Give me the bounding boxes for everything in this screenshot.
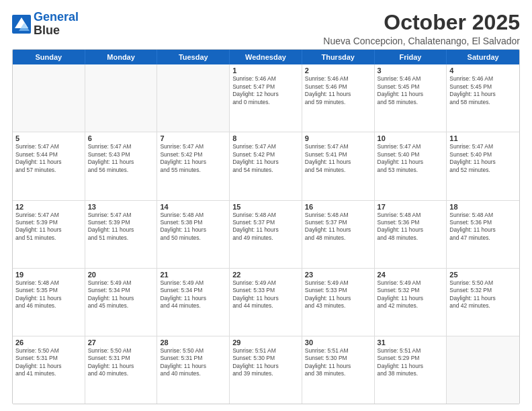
logo: General Blue [12, 11, 79, 38]
day-info: Sunrise: 5:48 AM Sunset: 5:37 PM Dayligh… [305, 212, 371, 242]
calendar-cell: 18Sunrise: 5:48 AM Sunset: 5:36 PM Dayli… [447, 201, 519, 268]
calendar-cell [85, 64, 158, 132]
calendar-cell: 26Sunrise: 5:50 AM Sunset: 5:31 PM Dayli… [13, 336, 85, 404]
day-info: Sunrise: 5:47 AM Sunset: 5:40 PM Dayligh… [449, 143, 517, 174]
calendar-cell [13, 64, 85, 132]
day-number: 10 [378, 134, 444, 142]
day-info: Sunrise: 5:51 AM Sunset: 5:30 PM Dayligh… [232, 347, 299, 378]
day-info: Sunrise: 5:46 AM Sunset: 5:47 PM Dayligh… [232, 75, 299, 106]
day-number: 24 [378, 271, 444, 279]
day-number: 12 [15, 203, 82, 211]
header-day-sunday: Sunday [13, 50, 85, 64]
calendar-cell [447, 336, 519, 404]
day-info: Sunrise: 5:48 AM Sunset: 5:35 PM Dayligh… [15, 279, 82, 310]
day-info: Sunrise: 5:49 AM Sunset: 5:32 PM Dayligh… [378, 279, 444, 310]
day-number: 2 [305, 66, 371, 75]
day-info: Sunrise: 5:47 AM Sunset: 5:42 PM Dayligh… [232, 143, 299, 174]
day-info: Sunrise: 5:47 AM Sunset: 5:39 PM Dayligh… [88, 212, 154, 242]
calendar-cell: 3Sunrise: 5:46 AM Sunset: 5:45 PM Daylig… [375, 64, 447, 132]
day-info: Sunrise: 5:49 AM Sunset: 5:33 PM Dayligh… [305, 279, 371, 310]
calendar-cell: 9Sunrise: 5:47 AM Sunset: 5:41 PM Daylig… [302, 132, 375, 199]
day-number: 6 [88, 134, 154, 142]
month-title: October 2025 [323, 11, 520, 34]
day-number: 20 [88, 271, 154, 279]
calendar-cell: 27Sunrise: 5:50 AM Sunset: 5:31 PM Dayli… [85, 336, 158, 404]
calendar: SundayMondayTuesdayWednesdayThursdayFrid… [12, 49, 520, 404]
day-info: Sunrise: 5:48 AM Sunset: 5:37 PM Dayligh… [232, 212, 299, 242]
calendar-week-0: 1Sunrise: 5:46 AM Sunset: 5:47 PM Daylig… [13, 64, 519, 132]
header-day-thursday: Thursday [302, 50, 375, 64]
calendar-cell: 17Sunrise: 5:48 AM Sunset: 5:36 PM Dayli… [375, 201, 447, 268]
calendar-cell: 23Sunrise: 5:49 AM Sunset: 5:33 PM Dayli… [302, 269, 375, 336]
day-info: Sunrise: 5:47 AM Sunset: 5:41 PM Dayligh… [305, 143, 371, 174]
day-info: Sunrise: 5:48 AM Sunset: 5:36 PM Dayligh… [449, 212, 517, 242]
calendar-cell: 11Sunrise: 5:47 AM Sunset: 5:40 PM Dayli… [447, 132, 519, 199]
header-day-tuesday: Tuesday [157, 50, 230, 64]
day-info: Sunrise: 5:46 AM Sunset: 5:46 PM Dayligh… [305, 75, 371, 106]
location-subtitle: Nueva Concepcion, Chalatenango, El Salva… [323, 36, 520, 46]
day-info: Sunrise: 5:49 AM Sunset: 5:34 PM Dayligh… [160, 279, 226, 310]
day-number: 29 [232, 338, 299, 347]
day-info: Sunrise: 5:47 AM Sunset: 5:44 PM Dayligh… [15, 143, 82, 174]
day-number: 8 [232, 134, 299, 142]
day-number: 17 [378, 203, 444, 211]
page-header: General Blue October 2025 Nueva Concepci… [12, 11, 520, 46]
header-day-monday: Monday [85, 50, 158, 64]
day-info: Sunrise: 5:47 AM Sunset: 5:42 PM Dayligh… [160, 143, 226, 174]
day-info: Sunrise: 5:50 AM Sunset: 5:31 PM Dayligh… [88, 347, 154, 378]
day-number: 21 [160, 271, 226, 279]
header-day-friday: Friday [375, 50, 447, 64]
calendar-week-1: 5Sunrise: 5:47 AM Sunset: 5:44 PM Daylig… [13, 132, 519, 199]
day-number: 18 [449, 203, 517, 211]
logo-line2: Blue [34, 24, 79, 38]
day-info: Sunrise: 5:48 AM Sunset: 5:38 PM Dayligh… [160, 212, 226, 242]
day-info: Sunrise: 5:49 AM Sunset: 5:33 PM Dayligh… [232, 279, 299, 310]
day-number: 9 [305, 134, 371, 142]
calendar-cell: 21Sunrise: 5:49 AM Sunset: 5:34 PM Dayli… [157, 269, 230, 336]
calendar-cell: 13Sunrise: 5:47 AM Sunset: 5:39 PM Dayli… [85, 201, 158, 268]
calendar-cell: 31Sunrise: 5:51 AM Sunset: 5:29 PM Dayli… [375, 336, 447, 404]
day-info: Sunrise: 5:47 AM Sunset: 5:39 PM Dayligh… [15, 212, 82, 242]
calendar-cell: 15Sunrise: 5:48 AM Sunset: 5:37 PM Dayli… [230, 201, 302, 268]
calendar-cell: 10Sunrise: 5:47 AM Sunset: 5:40 PM Dayli… [375, 132, 447, 199]
day-info: Sunrise: 5:49 AM Sunset: 5:34 PM Dayligh… [88, 279, 154, 310]
day-number: 19 [15, 271, 82, 279]
day-info: Sunrise: 5:48 AM Sunset: 5:36 PM Dayligh… [378, 212, 444, 242]
day-info: Sunrise: 5:51 AM Sunset: 5:30 PM Dayligh… [305, 347, 371, 378]
calendar-week-2: 12Sunrise: 5:47 AM Sunset: 5:39 PM Dayli… [13, 200, 519, 268]
day-info: Sunrise: 5:47 AM Sunset: 5:40 PM Dayligh… [378, 143, 444, 174]
logo-text: General Blue [34, 11, 79, 38]
day-number: 26 [15, 338, 82, 347]
header-day-wednesday: Wednesday [230, 50, 302, 64]
header-day-saturday: Saturday [447, 50, 519, 64]
logo-line1: General [34, 10, 79, 24]
day-number: 25 [449, 271, 517, 279]
calendar-cell: 1Sunrise: 5:46 AM Sunset: 5:47 PM Daylig… [230, 64, 302, 132]
calendar-cell: 12Sunrise: 5:47 AM Sunset: 5:39 PM Dayli… [13, 201, 85, 268]
day-number: 16 [305, 203, 371, 211]
day-number: 11 [449, 134, 517, 142]
day-info: Sunrise: 5:50 AM Sunset: 5:31 PM Dayligh… [15, 347, 82, 378]
day-info: Sunrise: 5:51 AM Sunset: 5:29 PM Dayligh… [378, 347, 444, 378]
day-number: 31 [378, 338, 444, 347]
day-number: 15 [232, 203, 299, 211]
day-number: 27 [88, 338, 154, 347]
day-number: 4 [449, 66, 517, 75]
day-info: Sunrise: 5:47 AM Sunset: 5:43 PM Dayligh… [88, 143, 154, 174]
day-number: 13 [88, 203, 154, 211]
calendar-body: 1Sunrise: 5:46 AM Sunset: 5:47 PM Daylig… [13, 64, 519, 404]
calendar-cell: 8Sunrise: 5:47 AM Sunset: 5:42 PM Daylig… [230, 132, 302, 199]
title-block: October 2025 Nueva Concepcion, Chalatena… [323, 11, 520, 46]
day-number: 7 [160, 134, 226, 142]
calendar-cell: 6Sunrise: 5:47 AM Sunset: 5:43 PM Daylig… [85, 132, 158, 199]
calendar-cell: 2Sunrise: 5:46 AM Sunset: 5:46 PM Daylig… [302, 64, 375, 132]
calendar-cell: 16Sunrise: 5:48 AM Sunset: 5:37 PM Dayli… [302, 201, 375, 268]
calendar-cell: 28Sunrise: 5:50 AM Sunset: 5:31 PM Dayli… [157, 336, 230, 404]
calendar-cell: 25Sunrise: 5:50 AM Sunset: 5:32 PM Dayli… [447, 269, 519, 336]
day-number: 22 [232, 271, 299, 279]
day-number: 5 [15, 134, 82, 142]
day-number: 3 [378, 66, 444, 75]
calendar-cell: 4Sunrise: 5:46 AM Sunset: 5:45 PM Daylig… [447, 64, 519, 132]
calendar-cell: 24Sunrise: 5:49 AM Sunset: 5:32 PM Dayli… [375, 269, 447, 336]
day-number: 14 [160, 203, 226, 211]
